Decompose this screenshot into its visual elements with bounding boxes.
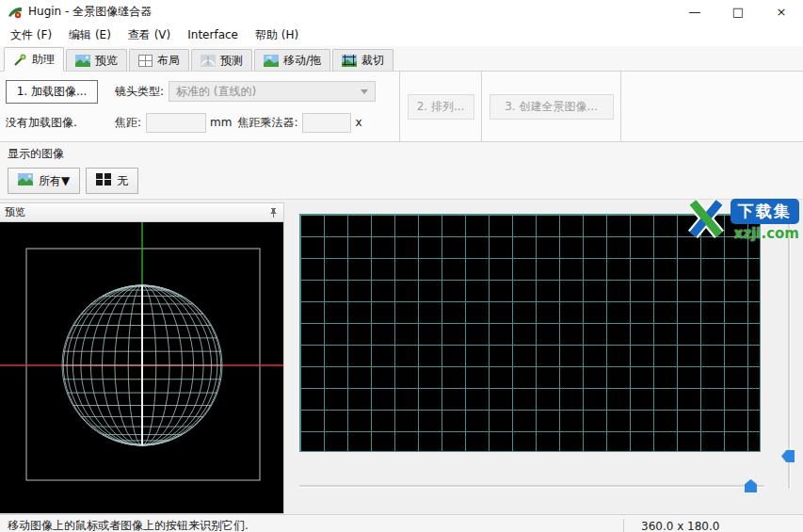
yaw-slider-thumb[interactable]: [745, 479, 757, 492]
tab-layout[interactable]: 布局: [129, 49, 189, 71]
pin-icon[interactable]: [268, 207, 279, 218]
tab-crop[interactable]: 裁切: [332, 49, 393, 71]
lens-type-label: 镜头类型:: [115, 84, 164, 100]
preview-pane-header: 预览: [0, 203, 283, 222]
focal-multiplier-label: 焦距乘法器:: [237, 115, 297, 131]
tab-preview[interactable]: 预览: [66, 49, 127, 71]
pitch-slider-thumb[interactable]: [781, 450, 795, 462]
assistant-main-cell: 1. 加载图像... 镜头类型: 标准的 (直线的) 没有加载图像. 焦距: m…: [0, 72, 400, 141]
lens-type-value: 标准的 (直线的): [176, 84, 256, 100]
no-images-text: 没有加载图像.: [6, 116, 77, 129]
preview-pane: 预览: [0, 202, 284, 514]
displayed-images-toolbar: 所有▼ 无: [0, 163, 803, 200]
assistant-panel: 1. 加载图像... 镜头类型: 标准的 (直线的) 没有加载图像. 焦距: m…: [0, 72, 803, 142]
tab-assistant-label: 助理: [32, 52, 55, 68]
main-area: 预览: [0, 200, 803, 514]
empty-images-icon: [96, 173, 111, 188]
tab-layout-label: 布局: [157, 53, 180, 69]
window-controls: — □ ×: [673, 0, 803, 24]
projection-icon: [201, 55, 216, 67]
hugin-window: Hugin - 全景图像缝合器 — □ × 文件 (F) 编辑 (E) 查看 (…: [0, 0, 803, 532]
pitch-slider-track[interactable]: [788, 214, 790, 489]
tab-projection-label: 预测: [220, 53, 243, 69]
menu-interface[interactable]: Interface: [179, 24, 247, 46]
statusbar: 移动图像上的鼠标或者图像上的按钮来识别它们. 360.0 x 180.0: [0, 514, 803, 532]
tab-assistant[interactable]: 助理: [4, 47, 64, 72]
pitch-slider[interactable]: [780, 214, 797, 489]
move-drag-icon: [264, 55, 279, 67]
assistant-icon: [13, 53, 27, 67]
tab-crop-label: 裁切: [361, 53, 384, 69]
minimize-button[interactable]: —: [673, 0, 716, 24]
focal-length-input[interactable]: [146, 113, 206, 133]
focal-length-label: 焦距:: [115, 115, 141, 131]
align-button[interactable]: 2. 排列...: [408, 94, 474, 120]
yaw-slider-track[interactable]: [299, 485, 764, 487]
tab-projection[interactable]: 预测: [191, 49, 252, 71]
panorama-canvas[interactable]: [299, 214, 761, 452]
mm-label: mm: [210, 116, 232, 129]
tab-preview-label: 预览: [95, 53, 118, 69]
assistant-align-cell: 2. 排列...: [400, 72, 482, 141]
menu-view[interactable]: 查看 (V): [120, 24, 179, 46]
show-none-label: 无: [117, 173, 128, 189]
menu-help[interactable]: 帮助 (H): [247, 24, 307, 46]
layout-icon: [138, 55, 153, 67]
panorama-preview-pane: [292, 202, 803, 514]
show-none-button[interactable]: 无: [86, 168, 138, 194]
displayed-images-label: 显示的图像: [0, 142, 803, 163]
chevron-down-icon: [361, 89, 368, 94]
tabbar: 助理 预览 布局 预测 移动/拖: [0, 46, 803, 72]
maximize-button[interactable]: □: [716, 0, 760, 24]
menubar: 文件 (F) 编辑 (E) 查看 (V) Interface 帮助 (H): [0, 24, 803, 46]
titlebar: Hugin - 全景图像缝合器 — □ ×: [0, 0, 803, 24]
panel-splitter[interactable]: [284, 202, 292, 514]
close-button[interactable]: ×: [760, 0, 803, 24]
tab-move-drag-label: 移动/拖: [283, 53, 321, 69]
show-all-label: 所有▼: [39, 173, 70, 189]
menu-file[interactable]: 文件 (F): [2, 24, 60, 46]
statusbar-message: 移动图像上的鼠标或者图像上的按钮来识别它们.: [0, 518, 623, 532]
lens-type-select[interactable]: 标准的 (直线的): [169, 81, 376, 102]
create-panorama-button[interactable]: 3. 创建全景图像...: [490, 94, 614, 120]
hugin-app-icon: [8, 5, 23, 20]
assistant-empty-cell: [621, 72, 803, 141]
crop-icon: [342, 55, 357, 67]
yaw-slider[interactable]: [299, 477, 764, 494]
preview-pane-title: 预览: [5, 205, 25, 219]
load-images-button[interactable]: 1. 加载图像...: [6, 80, 98, 104]
statusbar-dimensions: 360.0 x 180.0: [624, 520, 803, 532]
landscape-icon: [18, 173, 33, 188]
focal-multiplier-input[interactable]: [302, 113, 351, 133]
menu-edit[interactable]: 编辑 (E): [60, 24, 120, 46]
assistant-create-cell: 3. 创建全景图像...: [482, 72, 621, 141]
sphere-preview-canvas[interactable]: [0, 222, 283, 513]
window-title: Hugin - 全景图像缝合器: [28, 4, 152, 20]
preview-icon: [75, 55, 90, 67]
show-all-button[interactable]: 所有▼: [8, 168, 80, 194]
tab-move-drag[interactable]: 移动/拖: [254, 49, 330, 71]
x-label: x: [355, 116, 361, 129]
